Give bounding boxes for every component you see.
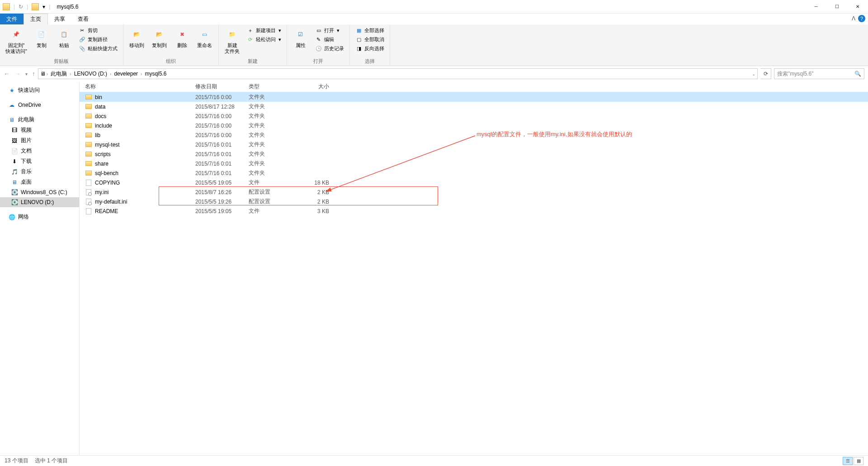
file-row[interactable]: bin2015/7/16 0:00文件夹: [80, 92, 868, 102]
sidebar-item-documents[interactable]: 📄文档: [0, 146, 79, 156]
recent-dropdown[interactable]: ▾: [25, 71, 28, 76]
file-row[interactable]: my-default.ini2015/5/5 19:26配置设置2 KB: [80, 197, 868, 206]
breadcrumb-dropdown-icon[interactable]: ⌄: [752, 71, 755, 76]
minimize-button[interactable]: ─: [806, 0, 826, 14]
sidebar-item-quick-access[interactable]: ★快速访问: [0, 85, 79, 95]
delete-button[interactable]: ✖删除: [172, 26, 192, 49]
tab-share[interactable]: 共享: [48, 14, 71, 24]
crumb[interactable]: 此电脑: [49, 70, 69, 78]
sidebar-item-network[interactable]: 🌐网络: [0, 212, 79, 222]
crumb[interactable]: develeper: [112, 71, 140, 77]
file-row[interactable]: docs2015/7/16 0:00文件夹: [80, 111, 868, 121]
tab-home[interactable]: 主页: [24, 14, 48, 24]
search-input[interactable]: 搜索"mysql5.6" 🔍: [774, 68, 864, 79]
folder-icon: [85, 151, 92, 158]
back-button[interactable]: ←: [4, 70, 10, 77]
select-all-button[interactable]: ▦全部选择: [354, 26, 386, 34]
col-type[interactable]: 类型: [249, 83, 299, 90]
maximize-button[interactable]: ☐: [826, 0, 847, 14]
group-label: 选择: [354, 57, 386, 65]
file-row[interactable]: mysql-test2015/7/16 0:01文件夹: [80, 140, 868, 149]
file-row[interactable]: share2015/7/16 0:01文件夹: [80, 159, 868, 168]
sidebar-item-this-pc[interactable]: 🖥此电脑: [0, 114, 79, 125]
file-date: 2015/7/16 0:00: [195, 94, 249, 100]
pictures-icon: 🖼: [11, 137, 18, 144]
sidebar-item-videos[interactable]: 🎞视频: [0, 125, 79, 135]
sidebar-item-downloads[interactable]: ⬇下载: [0, 156, 79, 166]
cut-icon: ✂: [79, 27, 86, 34]
open-icon: ▭: [315, 27, 322, 34]
file-name: COPYING: [95, 180, 120, 186]
paste-icon: 📋: [57, 27, 71, 42]
file-date: 2015/7/16 0:00: [195, 113, 249, 119]
invert-selection-button[interactable]: ◨反向选择: [354, 44, 386, 52]
edit-button[interactable]: ✎编辑: [313, 35, 346, 43]
cut-button[interactable]: ✂剪切: [77, 26, 119, 34]
rename-button[interactable]: ▭重命名: [195, 26, 215, 49]
tab-view[interactable]: 查看: [71, 14, 95, 24]
selectnone-icon: ▢: [355, 36, 363, 43]
sidebar-item-pictures[interactable]: 🖼图片: [0, 135, 79, 146]
new-item-button[interactable]: ＋新建项目▾: [245, 26, 283, 34]
file-row[interactable]: scripts2015/7/16 0:01文件夹: [80, 149, 868, 159]
file-type: 文件夹: [249, 131, 299, 139]
paste-button[interactable]: 📋 粘贴: [54, 26, 74, 49]
paste-shortcut-button[interactable]: 📎粘贴快捷方式: [77, 44, 119, 52]
help-icon[interactable]: ?: [858, 15, 865, 22]
history-button[interactable]: 🕓历史记录: [313, 44, 346, 52]
copy-button[interactable]: 📄 复制: [32, 26, 52, 49]
file-date: 2015/8/17 12:28: [195, 104, 249, 110]
new-folder-button[interactable]: 📁新建 文件夹: [222, 26, 242, 55]
file-row[interactable]: sql-bench2015/7/16 0:01文件夹: [80, 168, 868, 178]
col-date[interactable]: 修改日期: [195, 83, 249, 90]
search-placeholder: 搜索"mysql5.6": [777, 70, 814, 78]
breadcrumb[interactable]: 🖥 › 此电脑› LENOVO (D:)› develeper› mysql5.…: [38, 68, 758, 79]
tab-file[interactable]: 文件: [0, 14, 24, 24]
move-to-button[interactable]: 📂移动到: [127, 26, 147, 49]
close-button[interactable]: ✕: [847, 0, 868, 14]
sidebar-item-d-drive[interactable]: 💽LENOVO (D:): [0, 197, 79, 207]
file-row[interactable]: README2015/5/5 19:05文件3 KB: [80, 206, 868, 216]
newfolder-icon: 📁: [225, 27, 240, 42]
folder-icon: [85, 103, 92, 110]
copy-to-button[interactable]: 📂复制到: [150, 26, 170, 49]
file-name: my.ini: [95, 189, 108, 195]
up-button[interactable]: ↑: [32, 70, 35, 77]
sidebar-item-music[interactable]: 🎵音乐: [0, 166, 79, 177]
file-date: 2015/7/16 0:01: [195, 142, 249, 148]
file-name: lib: [95, 132, 100, 138]
crumb[interactable]: mysql5.6: [143, 71, 168, 77]
file-name: mysql-test: [95, 142, 120, 148]
forward-button[interactable]: →: [14, 70, 21, 77]
copy-path-button[interactable]: 🔗复制路径: [77, 35, 119, 43]
col-name[interactable]: 名称: [80, 83, 195, 90]
column-headers[interactable]: 名称 修改日期 类型 大小: [80, 81, 868, 92]
network-icon: 🌐: [8, 214, 15, 221]
file-row[interactable]: my.ini2015/8/7 16:26配置设置2 KB: [80, 187, 868, 197]
ribbon-collapse-icon[interactable]: ᐱ: [852, 15, 855, 22]
file-date: 2015/7/16 0:01: [195, 170, 249, 176]
pin-quick-access-button[interactable]: 📌 固定到" 快速访问": [4, 26, 29, 55]
open-button[interactable]: ▭打开▾: [313, 26, 346, 34]
file-row[interactable]: include2015/7/16 0:00文件夹: [80, 121, 868, 130]
crumb[interactable]: LENOVO (D:): [72, 71, 109, 77]
details-view-button[interactable]: ☰: [843, 457, 853, 465]
file-row[interactable]: data2015/8/17 12:28文件夹: [80, 102, 868, 111]
sidebar-item-onedrive[interactable]: ☁OneDrive: [0, 100, 79, 110]
title-bar: | ↻ | ▾ | mysql5.6 ─ ☐ ✕: [0, 0, 868, 14]
sidebar-item-desktop[interactable]: 🖥桌面: [0, 177, 79, 187]
file-row[interactable]: COPYING2015/5/5 19:05文件18 KB: [80, 178, 868, 187]
easy-access-button[interactable]: ⟳轻松访问▾: [245, 35, 283, 43]
ini-icon: [85, 189, 92, 196]
properties-button[interactable]: ☑属性: [291, 26, 311, 49]
folder-icon: [3, 3, 10, 10]
video-icon: 🎞: [11, 127, 18, 134]
sidebar-item-c-drive[interactable]: 💽Windows8_OS (C:): [0, 187, 79, 197]
qat-undo-icon[interactable]: ↻: [19, 4, 23, 10]
col-size[interactable]: 大小: [299, 83, 334, 90]
icons-view-button[interactable]: ▦: [854, 457, 863, 465]
select-none-button[interactable]: ▢全部取消: [354, 35, 386, 43]
refresh-button[interactable]: ⟳: [760, 68, 771, 79]
file-row[interactable]: lib2015/7/16 0:00文件夹: [80, 130, 868, 140]
desktop-icon: 🖥: [11, 179, 18, 186]
